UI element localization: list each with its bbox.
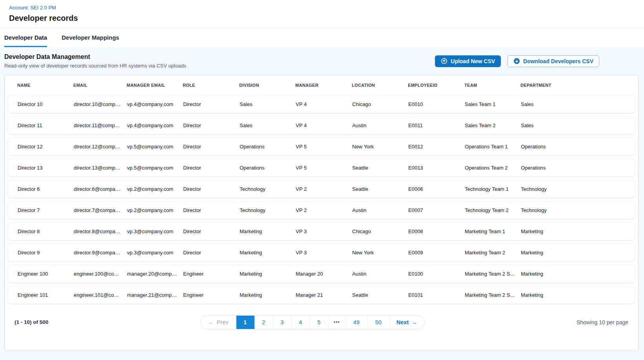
prev-page-button[interactable]: ← Prev — [201, 316, 236, 329]
page-button-50[interactable]: 50 — [367, 316, 389, 329]
column-header-role: ROLE — [183, 83, 239, 88]
cell-manager-email: vp.5@company.com — [127, 144, 183, 150]
cell-manager: VP 3 — [296, 250, 352, 256]
cell-team: Technology Team 2 — [465, 207, 521, 213]
cell-manager: Manager 20 — [296, 271, 352, 277]
cell-manager-email: vp.4@company.com — [127, 122, 183, 128]
column-header-team: TEAM — [464, 83, 520, 88]
table-row: Director 12director.12@compan...vp.5@com… — [8, 137, 635, 155]
download-developers-csv-button[interactable]: Download Developers CSV — [508, 55, 599, 67]
page-title: Developer records — [9, 14, 635, 23]
cell-division: Marketing — [240, 271, 296, 277]
cell-location: Chicago — [352, 228, 408, 234]
cell-team: Marketing Team 1 — [465, 228, 521, 234]
cell-manager: VP 2 — [296, 186, 352, 192]
cell-location: New York — [352, 250, 408, 256]
arrow-left-icon: ← — [208, 319, 214, 325]
cell-email: director.11@compan... — [74, 122, 127, 128]
page-button-5[interactable]: 5 — [310, 316, 328, 329]
page-button-49[interactable]: 49 — [346, 316, 367, 329]
page-button-3[interactable]: 3 — [273, 316, 291, 329]
tab-developer-mappings[interactable]: Developer Mappings — [62, 34, 119, 47]
cell-role: Director — [183, 101, 240, 107]
next-page-button[interactable]: Next → — [389, 316, 424, 329]
cell-name: Director 9 — [18, 250, 74, 256]
table-row: Director 10director.10@compan...vp.4@com… — [8, 95, 635, 113]
cell-manager: VP 4 — [296, 101, 352, 107]
page-button-1[interactable]: 1 — [236, 316, 255, 329]
cell-location: Chicago — [352, 101, 408, 107]
cell-name: Director 13 — [18, 165, 74, 171]
cell-team: Sales Team 1 — [465, 101, 521, 107]
cell-email: engineer.101@comp... — [74, 292, 127, 298]
cell-role: Director — [183, 228, 240, 234]
cell-employeeid: E0007 — [408, 207, 465, 213]
cell-team: Operations Team 2 — [465, 165, 521, 171]
content-area: Developer Data Management Read-only view… — [0, 47, 644, 351]
cell-manager: VP 2 — [296, 207, 352, 213]
cell-division: Sales — [240, 101, 296, 107]
table-row: Director 8director.8@company....vp.3@com… — [8, 222, 635, 240]
account-link[interactable]: Account: SEI 2.0 PM — [9, 5, 56, 11]
cell-name: Director 7 — [18, 207, 74, 213]
column-header-manager-email: MANAGER EMAIL — [127, 83, 183, 88]
cell-location: New York — [352, 144, 408, 150]
developer-data-table: NAMEEMAILMANAGER EMAILROLEDIVISIONMANAGE… — [4, 75, 639, 351]
column-header-department: DEPARTMENT — [520, 83, 638, 88]
cell-department: Operations — [521, 144, 635, 150]
cell-role: Director — [183, 186, 240, 192]
upload-new-csv-button[interactable]: Upload New CSV — [435, 55, 501, 67]
cell-manager: VP 5 — [296, 144, 352, 150]
cell-department: Technology — [521, 186, 635, 192]
column-header-manager: MANAGER — [295, 83, 352, 88]
cell-manager-email: vp.2@company.com — [127, 207, 183, 213]
cell-team: Marketing Team 2 Su... — [465, 292, 521, 298]
cell-name: Director 11 — [18, 122, 74, 128]
cell-division: Technology — [240, 207, 296, 213]
upload-circle-icon — [441, 58, 448, 64]
cell-role: Director — [183, 207, 240, 213]
cell-manager-email: vp.3@company.com — [127, 228, 183, 234]
download-circle-icon — [513, 58, 520, 64]
cell-employeeid: E0013 — [408, 165, 465, 171]
table-row: Engineer 101engineer.101@comp...manager.… — [8, 286, 635, 304]
column-header-email: EMAIL — [73, 83, 127, 88]
tab-developer-data[interactable]: Developer Data — [4, 34, 47, 47]
cell-division: Operations — [240, 165, 296, 171]
cell-team: Technology Team 1 — [465, 186, 521, 192]
cell-email: director.10@compan... — [74, 101, 127, 107]
table-header-row: NAMEEMAILMANAGER EMAILROLEDIVISIONMANAGE… — [5, 75, 638, 95]
cell-department: Sales — [521, 101, 635, 107]
cell-department: Marketing — [521, 250, 635, 256]
section-title-block: Developer Data Management Read-only view… — [4, 53, 186, 69]
cell-employeeid: E0100 — [408, 271, 465, 277]
cell-name: Director 6 — [18, 186, 74, 192]
cell-role: Engineer — [183, 271, 240, 277]
column-header-employeeid: EMPLOYEEID — [408, 83, 464, 88]
cell-employeeid: E0010 — [408, 101, 465, 107]
cell-manager-email: vp.4@company.com — [127, 101, 183, 107]
cell-email: director.13@compan... — [74, 165, 127, 171]
column-header-division: DIVISION — [239, 83, 295, 88]
cell-location: Austin — [352, 271, 408, 277]
page-button-4[interactable]: 4 — [291, 316, 310, 329]
cell-manager: VP 4 — [296, 122, 352, 128]
cell-role: Director — [183, 250, 240, 256]
page-ellipsis: ••• — [328, 316, 346, 329]
cell-employeeid: E0101 — [408, 292, 465, 298]
table-row: Engineer 100engineer.100@comp...manager.… — [8, 265, 635, 283]
page-header: Account: SEI 2.0 PM Developer records — [0, 0, 644, 28]
cell-division: Marketing — [240, 292, 296, 298]
cell-role: Engineer — [183, 292, 240, 298]
cell-email: director.6@company.... — [74, 186, 127, 192]
cell-division: Technology — [240, 186, 296, 192]
table-row: Director 6director.6@company....vp.2@com… — [8, 180, 635, 198]
cell-email: engineer.100@comp... — [74, 271, 127, 277]
section-header: Developer Data Management Read-only view… — [4, 53, 639, 69]
page-button-2[interactable]: 2 — [255, 316, 273, 329]
cell-team: Operations Team 1 — [465, 144, 521, 150]
cell-department: Marketing — [521, 271, 635, 277]
table-row: Director 7director.7@company....vp.2@com… — [8, 201, 635, 219]
cell-name: Director 8 — [18, 228, 74, 234]
pagination: ← Prev 12345•••4950 Next → — [200, 315, 424, 329]
